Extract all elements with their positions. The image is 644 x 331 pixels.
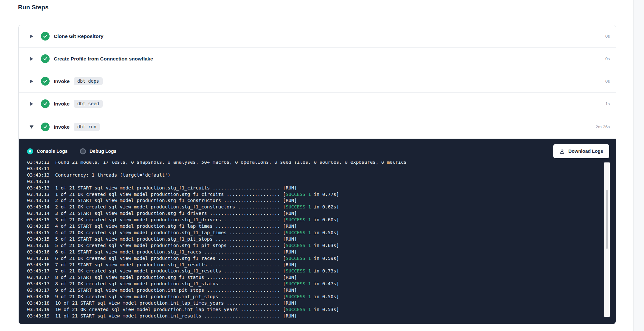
- right-edge-panel: [633, 0, 644, 331]
- log-status-success: SUCCESS 1: [286, 256, 311, 261]
- download-logs-button[interactable]: Download Logs: [553, 144, 609, 158]
- step-label: Invoke: [54, 124, 70, 130]
- log-line: 03:43:19 10 of 21 OK created sql view mo…: [27, 307, 603, 313]
- success-check-icon: [41, 54, 50, 63]
- log-line: 03:43:14 3 of 21 START sql view model pr…: [27, 210, 603, 217]
- step-command-badge: dbt seed: [74, 100, 102, 108]
- chevron-right-icon[interactable]: [29, 79, 34, 83]
- caret-shape: [30, 102, 33, 106]
- step-row-create-profile-from-connection-snowflake[interactable]: Create Profile from Connection snowflake…: [19, 48, 616, 70]
- step-duration: 1s: [605, 101, 610, 106]
- log-status-success: SUCCESS 1: [286, 281, 311, 286]
- step-row-invoke-dbt-seed[interactable]: Invokedbt seed1s: [19, 93, 616, 115]
- chevron-down-icon[interactable]: [29, 125, 34, 129]
- log-status-bracket: [: [280, 294, 286, 299]
- log-message: 4 of 21 START sql view model production.…: [50, 224, 280, 229]
- log-line: 03:43:18 10 of 21 START sql view model p…: [27, 300, 603, 307]
- scrollbar-track[interactable]: [604, 162, 610, 317]
- log-status-run: [RUN]: [280, 211, 297, 216]
- radio-unselected-icon[interactable]: [80, 148, 86, 154]
- log-tab-console-logs[interactable]: Console Logs: [27, 148, 68, 154]
- log-line: 03:43:13 1 of 21 START sql view model pr…: [27, 185, 603, 191]
- log-timestamp: 03:43:17: [27, 288, 50, 293]
- step-label: Clone Git Repository: [54, 33, 103, 39]
- log-line: 03:43:11: [27, 166, 603, 172]
- console-log-viewport[interactable]: 03:43:11 Found 21 models, 17 tests, 0 sn…: [27, 161, 603, 319]
- log-message: 11 of 21 START sql view model production…: [50, 313, 280, 318]
- log-status-bracket: [: [280, 307, 286, 312]
- log-message: 10 of 21 OK created sql view model produ…: [50, 307, 280, 312]
- log-timestamp: 03:43:18: [27, 294, 50, 299]
- log-line: 03:43:18 9 of 21 OK created sql view mod…: [27, 294, 603, 300]
- step-command-badge: dbt run: [74, 123, 100, 131]
- log-status-time: in 0.50s]: [311, 294, 339, 299]
- step-duration: 2m 26s: [596, 124, 610, 129]
- log-line: 03:43:17 8 of 21 START sql view model pr…: [27, 274, 603, 281]
- radio-inner-dot: [29, 150, 31, 152]
- log-message: 1 of 21 START sql view model production.…: [50, 185, 280, 190]
- log-status-run: [RUN]: [280, 262, 297, 267]
- log-line: 03:43:15 4 of 21 START sql view model pr…: [27, 223, 603, 230]
- log-status-run: [RUN]: [280, 236, 297, 242]
- log-timestamp: 03:43:17: [27, 275, 50, 280]
- log-timestamp: 03:43:15: [27, 217, 50, 222]
- log-message: 2 of 21 START sql view model production.…: [50, 198, 280, 203]
- log-status-run: [RUN]: [280, 300, 297, 306]
- log-status-time: in 0.77s]: [311, 192, 339, 197]
- radio-selected-icon[interactable]: [27, 148, 33, 154]
- log-line: 03:43:11 Found 21 models, 17 tests, 0 sn…: [27, 161, 603, 166]
- log-status-bracket: [: [280, 204, 286, 209]
- log-timestamp: 03:43:13: [27, 192, 50, 197]
- log-status-time: in 0.73s]: [311, 268, 339, 273]
- page-title: Run Steps: [18, 4, 49, 11]
- download-icon: [559, 149, 565, 154]
- step-label: Create Profile from Connection snowflake: [54, 56, 153, 62]
- caret-shape: [30, 57, 33, 61]
- step-duration: 0s: [605, 56, 610, 61]
- log-timestamp: 03:43:16: [27, 262, 50, 267]
- scrollbar-thumb[interactable]: [606, 190, 608, 249]
- log-line: 03:43:13 Concurrency: 1 threads (target=…: [27, 172, 603, 179]
- success-check-icon: [41, 123, 50, 131]
- caret-shape: [30, 79, 33, 83]
- log-status-success: SUCCESS 1: [286, 243, 311, 248]
- log-status-bracket: [: [280, 217, 286, 222]
- log-timestamp: 03:43:18: [27, 300, 50, 306]
- log-line: 03:43:15 5 of 21 START sql view model pr…: [27, 236, 603, 243]
- log-status-success: SUCCESS 1: [286, 204, 311, 209]
- log-tab-debug-logs[interactable]: Debug Logs: [80, 148, 117, 154]
- success-check-icon: [41, 99, 50, 108]
- step-label: Invoke: [54, 78, 70, 84]
- log-message: 3 of 21 OK created sql view model produc…: [50, 217, 280, 222]
- step-row-invoke-dbt-run[interactable]: Invokedbt run2m 26s: [19, 115, 616, 139]
- log-message: [50, 179, 55, 184]
- log-message: 8 of 21 OK created sql view model produc…: [50, 281, 280, 286]
- log-status-success: SUCCESS 1: [286, 230, 311, 235]
- log-message: 7 of 21 START sql view model production.…: [50, 262, 280, 267]
- step-duration: 0s: [605, 34, 610, 39]
- chevron-right-icon[interactable]: [29, 34, 34, 38]
- log-line: 03:43:17 9 of 21 START sql view model pr…: [27, 287, 603, 294]
- log-tab-label: Console Logs: [37, 149, 68, 154]
- log-status-time: in 0.59s]: [311, 256, 339, 261]
- log-tab-label: Debug Logs: [90, 149, 117, 154]
- step-row-invoke-dbt-deps[interactable]: Invokedbt deps0s: [19, 70, 616, 93]
- log-timestamp: 03:43:16: [27, 243, 50, 248]
- console-panel: Console LogsDebug Logs Download Logs 03:…: [19, 139, 616, 324]
- log-status-bracket: [: [280, 192, 286, 197]
- log-message: 6 of 21 START sql view model production.…: [50, 249, 280, 254]
- chevron-right-icon[interactable]: [29, 57, 34, 61]
- log-timestamp: 03:43:15: [27, 224, 50, 229]
- log-status-time: in 0.47s]: [311, 281, 339, 286]
- log-message: 7 of 21 OK created sql view model produc…: [50, 268, 280, 273]
- run-steps-list: Clone Git Repository0sCreate Profile fro…: [19, 25, 616, 139]
- log-line: 03:43:13 2 of 21 START sql view model pr…: [27, 198, 603, 204]
- log-message: 5 of 21 START sql view model production.…: [50, 236, 280, 242]
- log-message: 9 of 21 START sql view model production.…: [50, 288, 280, 293]
- log-timestamp: 03:43:17: [27, 281, 50, 286]
- chevron-right-icon[interactable]: [29, 102, 34, 106]
- log-status-run: [RUN]: [280, 249, 297, 254]
- log-timestamp: 03:43:16: [27, 249, 50, 254]
- step-row-clone-git-repository[interactable]: Clone Git Repository0s: [19, 25, 616, 48]
- log-timestamp: 03:43:11: [27, 166, 50, 171]
